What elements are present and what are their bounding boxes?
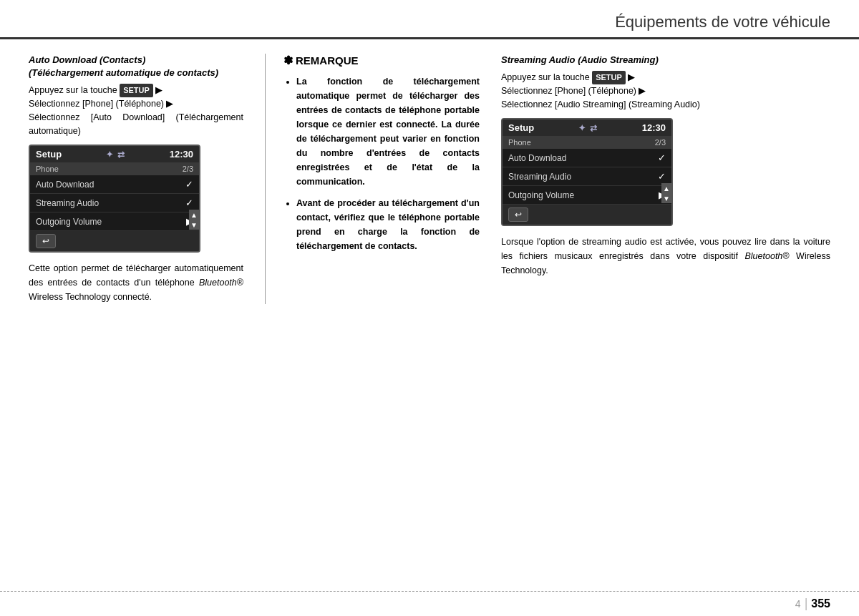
auto-download-check-right: ✓ [658,152,666,163]
header-icons-right: ✦ ⇄ [578,123,597,133]
setup-title-left: Setup [36,149,62,160]
auto-download-label-left: Auto Download [36,180,94,190]
back-button-right[interactable]: ↩ [508,207,528,222]
screen-footer-right: ↩ [503,205,671,225]
setup-screen-header-left: Setup ✦ ⇄ 12:30 [30,146,199,162]
streaming-audio-label-right: Streaming Audio [508,172,571,182]
scroll-up-left[interactable]: ▲ [189,210,199,220]
bluetooth-icon-left: ✦ [106,150,113,160]
scroll-up-right[interactable]: ▲ [661,183,671,193]
scroll-down-left[interactable]: ▼ [189,220,199,230]
header-icons-left: ✦ ⇄ [106,150,125,160]
middle-column: ✽ REMARQUE La fonction de téléchargement… [265,54,480,304]
right-instructions: Appuyez sur la touche SETUP ▶ Sélectionn… [501,71,830,111]
remarque-title: ✽ REMARQUE [283,54,480,67]
screen-time-right: 12:30 [642,122,666,133]
page-header: Équipements de votre véhicule [0,0,859,39]
setup-screen-left: Setup ✦ ⇄ 12:30 Phone 2/3 Auto Download … [29,145,200,253]
setup-badge-right: SETUP [592,71,626,84]
streaming-check-left: ✓ [185,197,193,208]
page-title: Équipements de votre véhicule [29,13,830,31]
left-section-title: Auto Download (Contacts) (Téléchargement… [29,54,243,79]
usb-icon-right: ⇄ [590,123,597,133]
screen-row-auto-download-left: Auto Download ✓ [30,175,199,194]
left-column: Auto Download (Contacts) (Téléchargement… [29,54,243,304]
screen-rows-left: Auto Download ✓ Streaming Audio ✓ Outgoi… [30,175,199,231]
right-desc: Lorsque l'option de streaming audio est … [501,235,830,278]
screen-time-left: 12:30 [170,149,193,160]
right-column: Streaming Audio (Audio Streaming) Appuye… [501,54,830,304]
screen-row-streaming-right: Streaming Audio ✓ [503,167,671,186]
streaming-check-right: ✓ [658,171,666,182]
setup-screen-right: Setup ✦ ⇄ 12:30 Phone 2/3 Auto Download … [501,118,673,226]
remarque-item-1: La fonction de téléchargement automatiqu… [296,74,480,189]
screen-subheader-right: Phone 2/3 [503,136,671,149]
chapter-number: 4 [795,598,801,610]
scrollbar-right: ▲ ▼ [661,183,671,205]
scroll-down-right[interactable]: ▼ [661,193,671,203]
right-section-title: Streaming Audio (Audio Streaming) [501,54,830,67]
remarque-list: La fonction de téléchargement automatiqu… [283,74,480,253]
screen-row-volume-right: Outgoing Volume ▶ [503,186,671,205]
remarque-star: ✽ [283,54,293,67]
screen-row-auto-download-right: Auto Download ✓ [503,149,671,167]
usb-icon-left: ⇄ [117,150,125,160]
screen-footer-left: ↩ [30,231,199,251]
screen-row-volume-left: Outgoing Volume ▶ [30,212,199,231]
auto-download-check-left: ✓ [185,179,193,190]
page-footer: 4 │ 355 [0,591,859,616]
back-button-left[interactable]: ↩ [36,234,56,248]
page-num: 355 [811,597,830,610]
page-separator: │ [804,598,810,610]
outgoing-volume-label-right: Outgoing Volume [508,190,574,200]
screen-row-streaming-left: Streaming Audio ✓ [30,194,199,212]
left-instructions: Appuyez sur la touche SETUP ▶ Sélectionn… [29,84,243,137]
setup-title-right: Setup [508,122,534,133]
scrollbar-left: ▲ ▼ [189,210,199,231]
outgoing-volume-label-left: Outgoing Volume [36,217,102,227]
main-content: Auto Download (Contacts) (Téléchargement… [0,39,859,318]
streaming-audio-label-left: Streaming Audio [36,198,99,208]
setup-badge-left: SETUP [120,84,153,97]
setup-screen-header-right: Setup ✦ ⇄ 12:30 [503,119,671,136]
remarque-item-2: Avant de procéder au téléchargement d'un… [296,196,480,253]
screen-rows-right: Auto Download ✓ Streaming Audio ✓ Outgoi… [503,149,671,205]
auto-download-label-right: Auto Download [508,153,566,163]
screen-subheader-left: Phone 2/3 [30,162,199,175]
page-number: 4 │ 355 [795,597,830,610]
left-desc: Cette option permet de télécharger autom… [29,261,243,304]
bluetooth-icon-right: ✦ [578,123,586,133]
